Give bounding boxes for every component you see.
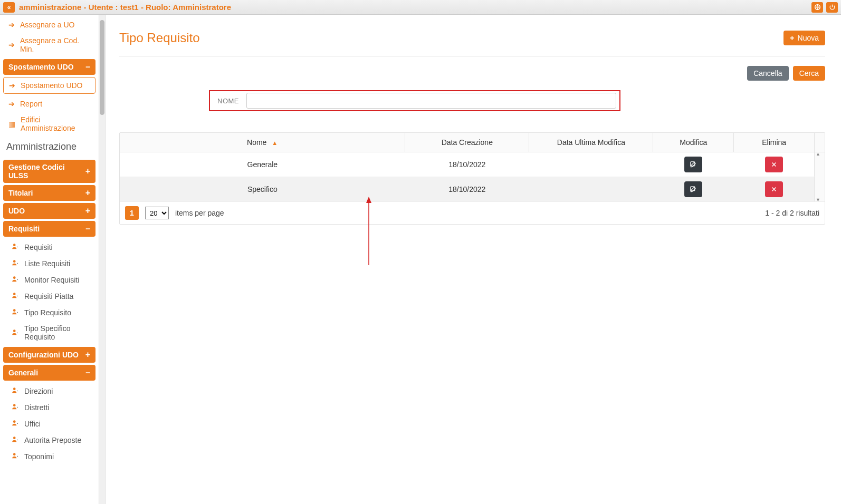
annotation-arrow-horizontal (128, 84, 202, 85)
edit-button[interactable] (684, 181, 702, 197)
sidebar-item-requisiti[interactable]: Requisiti (3, 239, 95, 255)
cancel-button[interactable]: Cancella (747, 66, 788, 81)
cell-modifica (653, 177, 734, 202)
sidebar-item-label: Tipo Specifico Requisito (24, 324, 92, 341)
sidebar: ➔ Assegnare a UO ➔ Assegnare a Cod. Min.… (0, 15, 106, 504)
sidebar-item-direzioni[interactable]: Direzioni (3, 383, 95, 399)
col-header-data-modifica[interactable]: Data Ultima Modifica (529, 133, 653, 152)
cell-data-modifica (529, 177, 653, 202)
user-edit-icon (12, 259, 19, 268)
sidebar-item-autorita-preposte[interactable]: Autorita Preposte (3, 432, 95, 448)
user-edit-icon (12, 292, 19, 301)
collapse-icon: – (85, 62, 90, 72)
col-header-label: Data Ultima Modifica (557, 138, 625, 147)
sidebar-item-label: Spostamento UDO (21, 81, 83, 90)
user-edit-icon (12, 452, 19, 461)
sidebar-group-spostamento[interactable]: Spostamento UDO – (3, 59, 95, 75)
sidebar-group-gestione-codici[interactable]: Gestione Codici ULSS + (3, 160, 95, 183)
edit-icon (690, 161, 697, 168)
col-header-elimina: Elimina (734, 133, 815, 152)
sidebar-item-label: Assegnare a Cod. Min. (20, 36, 90, 53)
collapse-icon: – (85, 224, 90, 234)
user-edit-icon (12, 308, 19, 317)
page-breadcrumb-title: amministrazione - Utente : test1 - Ruolo… (19, 3, 811, 12)
sidebar-item-label: Liste Requisiti (24, 259, 70, 268)
svg-point-6 (13, 329, 16, 332)
sidebar-item-label: Report (20, 100, 42, 108)
sidebar-item-monitor-requisiti[interactable]: Monitor Requisiti (3, 272, 95, 288)
close-icon (771, 186, 777, 192)
page-title: Tipo Requisito (119, 31, 200, 45)
sidebar-group-udo[interactable]: UDO + (3, 203, 95, 219)
cell-data-modifica (529, 152, 653, 177)
sidebar-item-toponimi[interactable]: Toponimi (3, 448, 95, 464)
svg-point-11 (13, 453, 16, 455)
svg-marker-17 (366, 197, 371, 203)
col-header-modifica: Modifica (653, 133, 734, 152)
power-button[interactable] (826, 2, 838, 13)
sidebar-item-distretti[interactable]: Distretti (3, 399, 95, 415)
sidebar-item-assegnare-codmin[interactable]: ➔ Assegnare a Cod. Min. (3, 33, 95, 57)
current-page-badge[interactable]: 1 (125, 206, 139, 220)
svg-point-3 (13, 276, 16, 279)
search-button-label: Cerca (799, 69, 819, 77)
sidebar-group-label: Gestione Codici ULSS (8, 163, 85, 180)
col-header-data-creazione[interactable]: Data Creazione (405, 133, 529, 152)
table-row: Generale 18/10/2022 (120, 152, 825, 177)
sidebar-group-requisiti[interactable]: Requisiti – (3, 221, 95, 237)
sidebar-collapse-button[interactable]: « (3, 2, 15, 13)
chevron-double-left-icon: « (7, 4, 11, 11)
delete-button[interactable] (765, 157, 783, 172)
sidebar-item-label: Assegnare a UO (20, 21, 75, 29)
sidebar-item-liste-requisiti[interactable]: Liste Requisiti (3, 255, 95, 272)
svg-point-2 (13, 260, 16, 263)
sidebar-item-label: Requisiti Piatta (24, 292, 73, 301)
cell-modifica (653, 152, 734, 177)
sidebar-item-tipo-requisito[interactable]: Tipo Requisito (3, 304, 95, 321)
scrollbar-thumb[interactable] (100, 20, 104, 115)
sidebar-item-assegnare-uo[interactable]: ➔ Assegnare a UO (3, 17, 95, 33)
svg-point-5 (13, 309, 16, 312)
col-header-label: Data Creazione (442, 138, 493, 147)
user-edit-icon (12, 435, 19, 444)
table-footer: 1 20 items per page 1 - 2 di 2 risultati (120, 202, 825, 224)
col-header-nome[interactable]: Nome ▲ (120, 133, 405, 152)
search-button[interactable]: Cerca (793, 66, 825, 81)
sidebar-item-label: Distretti (24, 403, 49, 412)
sidebar-section-title: Amministrazione (3, 136, 95, 158)
edit-icon (690, 186, 697, 193)
sidebar-item-label: Uffici (24, 420, 41, 428)
sidebar-item-uffici[interactable]: Uffici (3, 415, 95, 432)
sidebar-group-titolari[interactable]: Titolari + (3, 185, 95, 201)
sidebar-item-spostamento-udo[interactable]: ➔ Spostamento UDO (3, 77, 95, 94)
user-edit-icon (12, 419, 19, 428)
globe-button[interactable] (811, 2, 823, 13)
cancel-button-label: Cancella (753, 69, 782, 77)
col-header-label: Elimina (762, 138, 786, 147)
sidebar-group-configurazioni[interactable]: Configurazioni UDO + (3, 347, 95, 363)
sidebar-group-label: Requisiti (8, 225, 40, 233)
nome-search-input[interactable] (246, 93, 616, 109)
new-button[interactable]: + Nuova (783, 31, 825, 45)
expand-icon: + (85, 350, 90, 360)
sidebar-item-edifici[interactable]: ▥ Edifici Amministrazione (3, 112, 95, 136)
svg-point-4 (13, 293, 16, 295)
cell-data-creazione: 18/10/2022 (405, 152, 529, 177)
scroll-down-icon: ▼ (816, 197, 820, 202)
sidebar-item-label: Requisiti (24, 243, 53, 251)
sidebar-item-requisiti-piatta[interactable]: Requisiti Piatta (3, 288, 95, 304)
delete-button[interactable] (765, 181, 783, 197)
items-per-page-select[interactable]: 20 (145, 207, 169, 219)
sidebar-item-label: Direzioni (24, 387, 53, 395)
sidebar-group-label: UDO (8, 207, 25, 215)
edit-button[interactable] (684, 157, 702, 172)
sidebar-item-report[interactable]: ➔ Report (3, 96, 95, 112)
sidebar-item-tipo-specifico-requisito[interactable]: Tipo Specifico Requisito (3, 321, 95, 345)
sidebar-group-generali[interactable]: Generali – (3, 365, 95, 381)
arrow-right-icon: ➔ (8, 100, 15, 108)
table-scrollbar[interactable]: ▲ ▼ (815, 152, 825, 202)
power-icon (829, 4, 836, 11)
svg-point-8 (13, 404, 16, 406)
search-label: NOME (210, 97, 246, 105)
sidebar-scrollbar[interactable] (99, 15, 105, 504)
